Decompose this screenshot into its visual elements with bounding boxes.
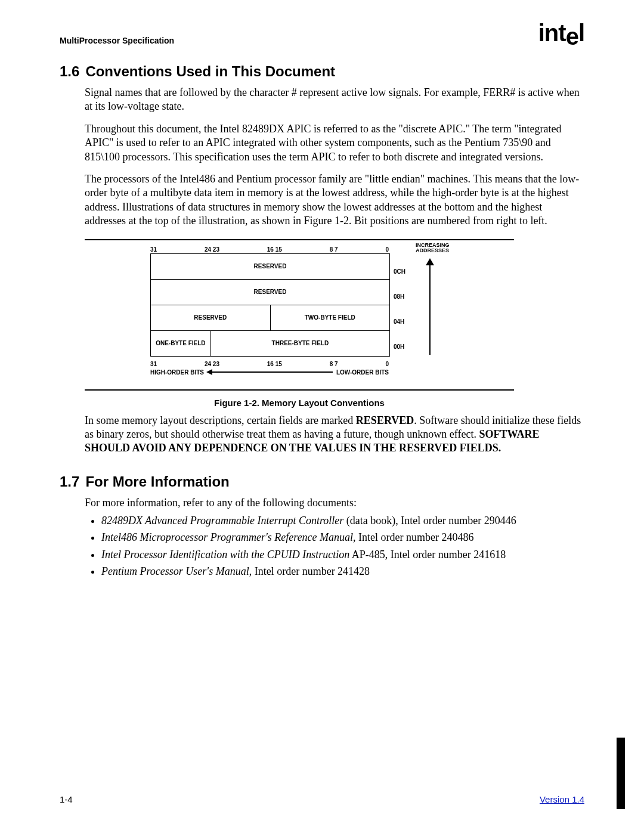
cell-three-byte-field: THREE-BYTE FIELD	[210, 331, 389, 356]
figure-1-2: 31 24 23 16 15 8 7 0 INCREASING ADDRESSE…	[85, 239, 584, 408]
ref-item: 82489DX Advanced Programmable Interrupt …	[101, 513, 584, 528]
version-link[interactable]: Version 1.4	[540, 794, 584, 804]
page-number: 1-4	[60, 794, 73, 804]
figure-caption: Figure 1-2. Memory Layout Conventions	[85, 398, 514, 408]
arrow-left-icon	[208, 371, 333, 373]
para-1: Signal names that are followed by the ch…	[85, 86, 584, 114]
ref-item: Pentium Processor User's Manual, Intel o…	[101, 564, 584, 578]
section-heading-1-7: 1.7For More Information	[60, 473, 584, 490]
low-order-bits-label: LOW-ORDER BITS	[336, 369, 389, 376]
ref-item: Intel486 Microprocessor Programmer's Ref…	[101, 530, 584, 544]
cell-reserved-0c: RESERVED	[151, 254, 389, 279]
ref-item: Intel Processor Identification with the …	[101, 547, 584, 562]
cell-reserved-08: RESERVED	[151, 280, 389, 305]
increasing-addresses-label: INCREASING ADDRESSES	[416, 243, 450, 255]
reference-list: 82489DX Advanced Programmable Interrupt …	[85, 513, 584, 578]
cell-reserved-04: RESERVED	[151, 305, 270, 330]
bit-order-labels: HIGH-ORDER BITS LOW-ORDER BITS	[150, 369, 389, 376]
address-column: 0CH 08H 04H 00H	[394, 259, 405, 360]
section-number: 1.7	[60, 473, 79, 490]
section-heading-1-6: 1.6Conventions Used in This Document	[60, 63, 584, 80]
section-title: For More Information	[85, 473, 229, 490]
bit-labels-bottom: 31 24 23 16 15 8 7 0	[150, 361, 389, 367]
para-reserved: In some memory layout descriptions, cert…	[85, 414, 584, 456]
intel-logo: intel	[538, 21, 584, 45]
para-3: The processors of the Intel486 and Penti…	[85, 172, 584, 228]
memory-layout-table: RESERVED RESERVED RESERVED TWO-BYTE FIEL…	[150, 253, 390, 357]
high-order-bits-label: HIGH-ORDER BITS	[150, 369, 204, 376]
cell-two-byte-field: TWO-BYTE FIELD	[270, 305, 390, 330]
for-more-intro: For more information, refer to any of th…	[85, 496, 584, 510]
bit-labels-top: 31 24 23 16 15 8 7 0	[150, 246, 389, 253]
cell-one-byte-field: ONE-BYTE FIELD	[151, 331, 210, 356]
section-number: 1.6	[60, 63, 79, 79]
arrow-up-icon	[429, 259, 431, 355]
para-2: Throughout this document, the Intel 8248…	[85, 122, 584, 164]
page-edge-marker	[617, 738, 625, 809]
section-title: Conventions Used in This Document	[85, 63, 335, 79]
running-header: MultiProcessor Specification	[60, 36, 174, 45]
